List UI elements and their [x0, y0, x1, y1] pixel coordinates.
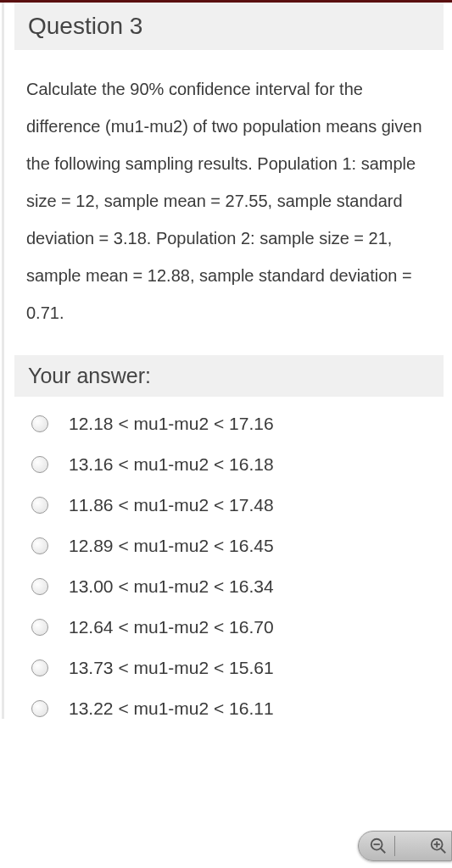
radio-button[interactable]	[31, 700, 48, 717]
option-label: 13.00 < mu1-mu2 < 16.34	[69, 576, 274, 597]
zoom-out-button[interactable]	[366, 833, 391, 859]
option-row: 13.00 < mu1-mu2 < 16.34	[31, 576, 427, 597]
option-label: 12.64 < mu1-mu2 < 16.70	[69, 617, 274, 637]
option-label: 11.86 < mu1-mu2 < 17.48	[69, 495, 274, 515]
zoom-control	[358, 831, 452, 861]
option-row: 13.73 < mu1-mu2 < 15.61	[31, 658, 427, 678]
radio-button[interactable]	[31, 619, 48, 636]
zoom-out-icon	[369, 837, 388, 855]
svg-line-1	[381, 849, 386, 854]
zoom-in-icon	[429, 837, 448, 855]
options-list: 12.18 < mu1-mu2 < 17.16 13.16 < mu1-mu2 …	[14, 414, 444, 719]
question-title: Question 3	[14, 3, 444, 50]
zoom-in-button[interactable]	[426, 833, 451, 859]
option-row: 12.89 < mu1-mu2 < 16.45	[31, 536, 427, 556]
option-label: 12.89 < mu1-mu2 < 16.45	[69, 536, 274, 556]
radio-button[interactable]	[31, 537, 48, 554]
zoom-divider	[394, 836, 395, 856]
radio-button[interactable]	[31, 497, 48, 514]
radio-button[interactable]	[31, 659, 48, 676]
option-row: 13.16 < mu1-mu2 < 16.18	[31, 454, 427, 475]
option-row: 11.86 < mu1-mu2 < 17.48	[31, 495, 427, 515]
option-label: 12.18 < mu1-mu2 < 17.16	[69, 414, 274, 434]
question-text: Calculate the 90% confidence interval fo…	[14, 70, 444, 331]
option-label: 13.73 < mu1-mu2 < 15.61	[69, 658, 274, 678]
option-label: 13.16 < mu1-mu2 < 16.18	[69, 454, 274, 475]
option-row: 12.18 < mu1-mu2 < 17.16	[31, 414, 427, 434]
option-row: 13.22 < mu1-mu2 < 16.11	[31, 698, 427, 719]
radio-button[interactable]	[31, 456, 48, 473]
radio-button[interactable]	[31, 578, 48, 595]
option-row: 12.64 < mu1-mu2 < 16.70	[31, 617, 427, 637]
svg-line-4	[441, 849, 446, 854]
question-card: Question 3 Calculate the 90% confidence …	[2, 3, 452, 719]
answer-header: Your answer:	[14, 355, 444, 397]
option-label: 13.22 < mu1-mu2 < 16.11	[69, 698, 274, 719]
radio-button[interactable]	[31, 415, 48, 432]
